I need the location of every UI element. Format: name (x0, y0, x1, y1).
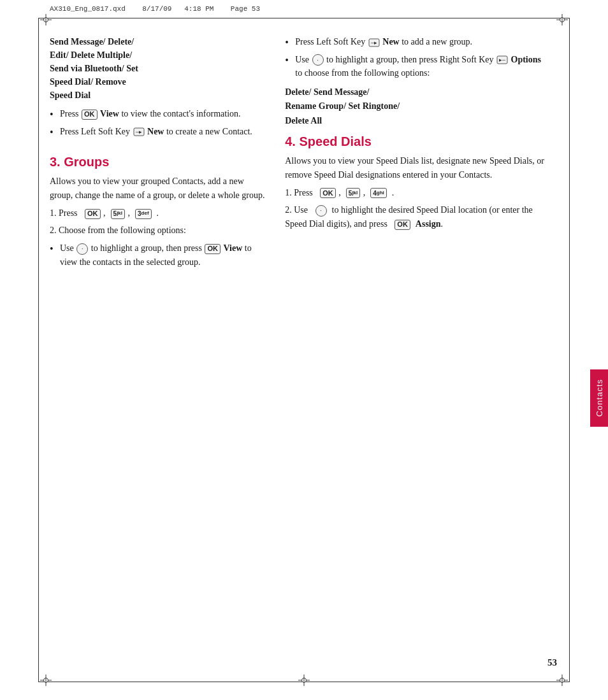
bullet-view: Press OK View to view the contact's info… (50, 107, 266, 121)
section4-step1: 1. Press OK , 5jkl , 4ghi . (285, 186, 547, 200)
bullet-new-contact: Press Left Soft Key –▸ New to create a n… (50, 125, 266, 139)
header-text: AX310_Eng_0817.qxd 8/17/09 4:18 PM Page … (50, 5, 260, 13)
svg-text:▸–: ▸– (499, 57, 505, 63)
bold-intro-text: Send Message/ Delete/ Edit/ Delete Multi… (50, 35, 266, 102)
crosshair-bottom-center (298, 675, 310, 686)
nav-key-1: · (76, 243, 88, 255)
left-column: Send Message/ Delete/ Edit/ Delete Multi… (50, 35, 279, 662)
key-5jkl-2: 5jkl (346, 188, 360, 198)
bullet-new-contact-text: Press Left Soft Key –▸ New to create a n… (60, 127, 252, 136)
section3-spacer (50, 143, 266, 155)
section4-step2: 2. Use · to highlight the desired Speed … (285, 203, 547, 231)
section3-highlight-text: Use · to highlight a group, then press O… (60, 243, 252, 267)
section3-bullet-highlight: Use · to highlight a group, then press O… (50, 241, 266, 269)
svg-text:–▸: –▸ (371, 39, 377, 46)
section3-intro: Allows you to view your grouped Contacts… (50, 175, 266, 202)
section3-heading: 3. Groups (50, 155, 266, 169)
page-border-left (38, 18, 39, 682)
contacts-tab: Contacts (590, 369, 608, 427)
section3-bullet-list: Use · to highlight a group, then press O… (50, 241, 266, 269)
delete-send-list: Delete/ Send Message/ Rename Group/ Set … (285, 85, 547, 128)
bullet-view-text: Press OK View to view the contact's info… (60, 109, 241, 118)
right-bullet-new-group-text: Press Left Soft Key –▸ New to add a new … (295, 37, 472, 46)
key-3def: 3def (135, 209, 152, 219)
page-number: 53 (547, 657, 557, 668)
right-bullet-highlight-group-text: Use · to highlight a group, then press R… (295, 55, 541, 78)
nav-key-2: · (312, 54, 324, 66)
right-column: Press Left Soft Key –▸ New to add a new … (279, 35, 547, 662)
section4-intro: Allows you to view your Speed Dials list… (285, 154, 547, 182)
page-border-top (38, 18, 570, 18)
file-header: AX310_Eng_0817.qxd 8/17/09 4:18 PM Page … (50, 5, 558, 13)
key-5jkl: 5jkl (111, 209, 125, 219)
side-tab-label: Contacts (595, 379, 604, 417)
ok-key-3: OK (205, 244, 221, 254)
right-softkey-icon: ▸– (496, 55, 508, 64)
left-softkey-icon-2: –▸ (368, 38, 380, 47)
ok-key-2: OK (85, 209, 101, 219)
right-bullet-highlight-group: Use · to highlight a group, then press R… (285, 53, 547, 80)
crosshair-bottom-right (556, 675, 568, 686)
bullet-list-top: Press OK View to view the contact's info… (50, 107, 266, 138)
crosshair-bottom-left (40, 675, 52, 686)
svg-text:–▸: –▸ (136, 129, 142, 135)
nav-key-3: · (315, 205, 327, 217)
ok-key-4: OK (320, 188, 336, 198)
crosshair-top-right (556, 14, 568, 25)
section4-heading: 4. Speed Dials (285, 134, 547, 149)
right-bullet-list-top: Press Left Soft Key –▸ New to add a new … (285, 35, 547, 80)
section3-step1: 1. Press OK , 5jkl , 3def . (50, 206, 266, 220)
key-4ghi: 4ghi (370, 188, 387, 198)
page-border-right (569, 18, 570, 682)
ok-key-5: OK (394, 220, 410, 230)
left-softkey-icon-1: –▸ (133, 127, 145, 136)
section3-step2: 2. Choose from the following options: (50, 224, 266, 238)
right-bullet-new-group: Press Left Soft Key –▸ New to add a new … (285, 35, 547, 49)
main-content: Send Message/ Delete/ Edit/ Delete Multi… (50, 35, 547, 662)
ok-key-1: OK (82, 110, 98, 120)
crosshair-top-left (40, 14, 52, 25)
